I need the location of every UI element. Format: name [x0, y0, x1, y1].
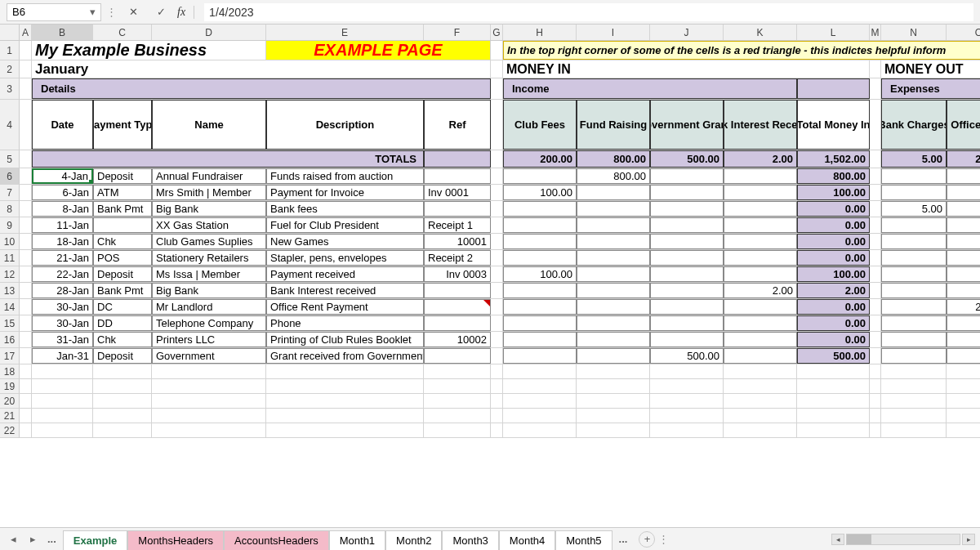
cell[interactable]: [870, 283, 881, 298]
cell-name[interactable]: Mr Landlord: [152, 299, 266, 315]
cell-ptype[interactable]: Deposit: [93, 348, 152, 364]
cell-bank[interactable]: [724, 332, 797, 347]
cell-charges[interactable]: [881, 299, 947, 315]
cell-ref[interactable]: 10002: [424, 332, 491, 347]
cell[interactable]: [424, 394, 491, 408]
hdr-name[interactable]: Name: [152, 100, 266, 150]
cell-charges[interactable]: [881, 168, 947, 184]
cell-name[interactable]: Printers LLC: [152, 332, 266, 347]
cell[interactable]: [797, 409, 870, 423]
cell[interactable]: [797, 364, 870, 378]
cell-bank[interactable]: 2.00: [724, 283, 797, 298]
cell-gov[interactable]: [650, 315, 724, 331]
cell-desc[interactable]: Bank Interest received: [266, 283, 424, 298]
cell[interactable]: [724, 364, 797, 378]
cell-total[interactable]: 100.00: [797, 185, 870, 200]
row-header-14[interactable]: 14: [0, 299, 20, 315]
sheet-tab-monthsheaders[interactable]: MonthsHeaders: [127, 530, 224, 551]
cell-name[interactable]: Telephone Company: [152, 315, 266, 331]
money-out-label[interactable]: MONEY OUT: [881, 60, 980, 78]
cell-bank[interactable]: [724, 234, 797, 249]
cell-fund[interactable]: [577, 201, 650, 217]
cell-date[interactable]: 30-Jan: [32, 299, 93, 315]
cell[interactable]: [650, 409, 724, 423]
cell[interactable]: [797, 394, 870, 408]
cell[interactable]: [650, 364, 724, 378]
cell-ptype[interactable]: Bank Pmt: [93, 201, 152, 217]
hdr-bank[interactable]: Bank Interest Received: [724, 100, 797, 150]
col-header-C[interactable]: C: [93, 25, 152, 40]
cell[interactable]: [503, 409, 577, 423]
cell-charges[interactable]: [881, 234, 947, 249]
cell-club[interactable]: [503, 217, 577, 233]
cell-ref[interactable]: [424, 283, 491, 298]
cell[interactable]: [724, 379, 797, 393]
col-header-G[interactable]: G: [491, 25, 503, 40]
col-header-O[interactable]: O: [947, 25, 980, 40]
cell[interactable]: [947, 394, 980, 408]
cell-total[interactable]: 0.00: [797, 315, 870, 331]
cell[interactable]: [32, 423, 93, 437]
cell[interactable]: [20, 332, 32, 347]
cell-desc[interactable]: Payment for Invoice: [266, 185, 424, 200]
cell[interactable]: [947, 364, 980, 378]
cell[interactable]: [870, 409, 881, 423]
row-header-22[interactable]: 22: [0, 423, 20, 438]
cell[interactable]: [491, 168, 503, 184]
cell[interactable]: [20, 150, 32, 168]
cell-name[interactable]: Ms Issa | Member: [152, 266, 266, 282]
cell-fund[interactable]: [577, 185, 650, 200]
cell-fund[interactable]: [577, 217, 650, 233]
cell[interactable]: [503, 379, 577, 393]
cell[interactable]: [93, 409, 152, 423]
cell-ptype[interactable]: ATM: [93, 185, 152, 200]
cell[interactable]: [870, 315, 881, 331]
cell[interactable]: [20, 364, 32, 378]
row-header-4[interactable]: 4: [0, 100, 20, 150]
cell[interactable]: [20, 409, 32, 423]
cell[interactable]: [724, 423, 797, 437]
cell[interactable]: [491, 185, 503, 200]
cell-gov[interactable]: [650, 299, 724, 315]
cell-ptype[interactable]: DD: [93, 315, 152, 331]
cell-total[interactable]: 0.00: [797, 299, 870, 315]
cell[interactable]: [20, 100, 32, 150]
cell[interactable]: [20, 423, 32, 437]
sheet-tab-month1[interactable]: Month1: [329, 530, 385, 551]
cell[interactable]: [577, 409, 650, 423]
cell[interactable]: [491, 348, 503, 364]
cell-bank[interactable]: [724, 315, 797, 331]
sheet-tab-month3[interactable]: Month3: [442, 530, 498, 551]
cell[interactable]: [152, 409, 266, 423]
cell-fund[interactable]: [577, 299, 650, 315]
cell-date[interactable]: 30-Jan: [32, 315, 93, 331]
cancel-button[interactable]: ✕: [122, 3, 145, 21]
cell[interactable]: [20, 168, 32, 184]
cell[interactable]: [881, 409, 947, 423]
cell[interactable]: [881, 379, 947, 393]
sheet-tab-month2[interactable]: Month2: [385, 530, 442, 551]
cell-charges[interactable]: [881, 185, 947, 200]
cell-gov[interactable]: [650, 266, 724, 282]
scroll-left-icon[interactable]: ◂: [831, 534, 844, 545]
cell-bank[interactable]: [724, 348, 797, 364]
tab-more-right[interactable]: ...: [616, 533, 631, 545]
cell[interactable]: [577, 379, 650, 393]
cell[interactable]: [491, 409, 503, 423]
col-header-F[interactable]: F: [424, 25, 491, 40]
cell[interactable]: [870, 185, 881, 200]
cell-date[interactable]: 18-Jan: [32, 234, 93, 249]
cell[interactable]: [491, 364, 503, 378]
hdr-desc[interactable]: Description: [266, 100, 424, 150]
tot-fund[interactable]: 800.00: [577, 150, 650, 168]
cell[interactable]: [724, 409, 797, 423]
cell[interactable]: [503, 364, 577, 378]
confirm-button[interactable]: ✓: [149, 3, 172, 21]
cell-ptype[interactable]: Bank Pmt: [93, 283, 152, 298]
cell[interactable]: [491, 201, 503, 217]
formula-input[interactable]: [204, 3, 973, 21]
row-header-5[interactable]: 5: [0, 150, 20, 168]
cell[interactable]: [32, 364, 93, 378]
cell-fund[interactable]: [577, 332, 650, 347]
cell-fund[interactable]: [577, 234, 650, 249]
